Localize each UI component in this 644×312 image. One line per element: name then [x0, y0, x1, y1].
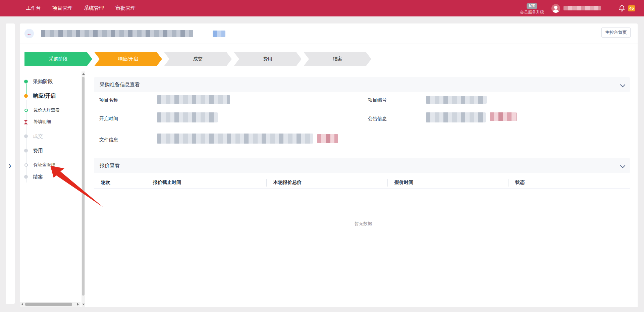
phase-step[interactable]: 结案 — [304, 52, 371, 66]
timeline-node-icon — [24, 149, 28, 153]
main-nav: 工作台项目管理系统管理审批管理 — [26, 5, 136, 11]
project-code-value-redacted — [426, 96, 487, 104]
collapse-chevron-down-icon[interactable] — [620, 163, 626, 168]
phase-step[interactable]: 响应/开启 — [94, 52, 162, 66]
collapsed-side-strip: ❯ — [6, 23, 15, 304]
user-avatar-icon[interactable] — [551, 4, 560, 13]
phase-step[interactable]: 采购阶段 — [24, 52, 92, 66]
project-name-label: 项目名称 — [99, 97, 118, 103]
phase-step[interactable]: 成交 — [164, 52, 232, 66]
timeline-node-icon — [24, 163, 28, 167]
timeline-node-icon — [24, 135, 28, 138]
prep-info-section-header[interactable]: 采购准备信息查看 — [94, 77, 630, 92]
collapse-chevron-down-icon[interactable] — [620, 82, 626, 88]
username-redacted[interactable] — [564, 6, 601, 10]
sidebar-item-label[interactable]: 成交 — [33, 133, 85, 140]
phase-step-bar: 采购阶段响应/开启成交费用结案 — [24, 52, 373, 66]
open-time-value-redacted — [157, 112, 218, 122]
scroll-down-arrow-icon[interactable] — [82, 304, 85, 305]
back-button[interactable]: ← — [24, 29, 34, 38]
vip-caption: 会员服务升级 — [520, 9, 544, 15]
nav-menu-item[interactable]: 系统管理 — [84, 5, 104, 11]
phase-step[interactable]: 费用 — [234, 52, 302, 66]
scroll-up-arrow-icon[interactable] — [82, 73, 85, 75]
notice-link-redacted[interactable] — [490, 112, 517, 121]
timeline-node-icon — [24, 120, 28, 124]
file-link-redacted[interactable] — [317, 134, 338, 143]
column-divider — [508, 179, 508, 187]
vertical-scroll-thumb[interactable] — [82, 77, 85, 296]
nav-menu-item[interactable]: 工作台 — [26, 5, 41, 11]
project-title-redacted — [41, 30, 193, 37]
sidebar-timeline-item[interactable]: 响应/开启 — [20, 92, 85, 100]
sidebar-item-label[interactable]: 结案 — [33, 173, 85, 180]
notification-bell-icon[interactable] — [619, 5, 625, 12]
scroll-left-arrow-icon[interactable] — [21, 303, 23, 306]
sidebar-vertical-scrollbar[interactable] — [82, 71, 85, 307]
quote-section-header[interactable]: 报价查看 — [94, 158, 630, 173]
top-navbar: 工作台项目管理系统管理审批管理 VIP 会员服务升级 46 — [0, 0, 644, 16]
sidebar-timeline-item[interactable]: 成交 — [20, 133, 85, 140]
prep-section-title: 采购准备信息查看 — [100, 82, 140, 88]
col-header-round: 轮次 — [94, 177, 146, 189]
sidebar-item-label[interactable]: 费用 — [33, 147, 85, 154]
col-header-round-total: 本轮报价总价 — [266, 177, 387, 189]
open-time-label: 开启时间 — [99, 115, 118, 122]
timeline-node-icon — [24, 94, 28, 98]
sidebar-timeline-item[interactable]: 竞价大厅查看 — [20, 107, 85, 114]
file-info-label: 文件信息 — [99, 136, 118, 143]
timeline-node-icon — [24, 109, 28, 112]
nav-menu-item[interactable]: 项目管理 — [52, 5, 72, 11]
timeline-node-icon — [24, 175, 28, 179]
phase-sidebar: 采购阶段 响应/开启 竞价大厅查看 补填明细 成交 费用 — [20, 71, 85, 307]
empty-state-text: 暂无数据 — [336, 221, 390, 227]
timeline-node-icon — [24, 80, 28, 84]
project-name-value-redacted — [157, 95, 230, 104]
sidebar-timeline-item[interactable]: 保证金管理 — [20, 161, 85, 169]
console-home-button[interactable]: 主控台首页 — [601, 28, 631, 38]
navbar-right: VIP 会员服务升级 46 — [520, 0, 644, 16]
nav-menu-item[interactable]: 审批管理 — [115, 5, 136, 11]
scroll-right-arrow-icon[interactable] — [77, 303, 79, 306]
sidebar-item-label[interactable]: 竞价大厅查看 — [34, 107, 85, 113]
table-header-border — [94, 188, 630, 189]
sidebar-timeline-item[interactable]: 采购阶段 — [20, 78, 85, 85]
content-panel: 采购阶段响应/开启成交费用结案 采购阶段 响应/开启 竞价大厅查看 补填明细 — [20, 44, 638, 307]
horizontal-scroll-thumb[interactable] — [25, 303, 72, 306]
file-info-value-redacted — [157, 134, 313, 144]
col-header-quote-time: 报价时间 — [387, 177, 508, 189]
column-divider — [387, 179, 388, 187]
sidebar-item-label[interactable]: 采购阶段 — [33, 78, 85, 85]
sidebar-timeline: 采购阶段 响应/开启 竞价大厅查看 补填明细 成交 费用 — [20, 78, 85, 188]
status-tag-redacted — [213, 31, 225, 37]
quote-section-title: 报价查看 — [100, 162, 120, 169]
sidebar-item-label[interactable]: 保证金管理 — [34, 161, 85, 168]
sidebar-item-label[interactable]: 响应/开启 — [33, 92, 85, 100]
project-code-label: 项目编号 — [368, 97, 387, 103]
sidebar-horizontal-scrollbar[interactable] — [20, 302, 80, 307]
page-header-card: ← 主控台首页 — [20, 23, 638, 44]
col-header-status: 状态 — [508, 177, 630, 189]
sidebar-item-label[interactable]: 补填明细 — [34, 118, 85, 125]
sidebar-timeline-item[interactable]: 补填明细 — [20, 118, 85, 126]
sidebar-timeline-item[interactable]: 费用 — [20, 147, 85, 154]
notice-info-label: 公告信息 — [368, 115, 387, 122]
expand-panel-chevron-icon[interactable]: ❯ — [8, 164, 11, 168]
notice-info-value-redacted — [426, 112, 486, 122]
vip-upgrade[interactable]: VIP 会员服务升级 — [520, 3, 544, 15]
notification-count-badge[interactable]: 46 — [628, 5, 635, 11]
vip-icon: VIP — [527, 3, 537, 9]
column-divider — [146, 179, 146, 187]
column-divider — [266, 179, 267, 187]
col-header-quote-deadline: 报价截止时间 — [146, 177, 266, 189]
sidebar-timeline-item[interactable]: 结案 — [20, 173, 85, 180]
